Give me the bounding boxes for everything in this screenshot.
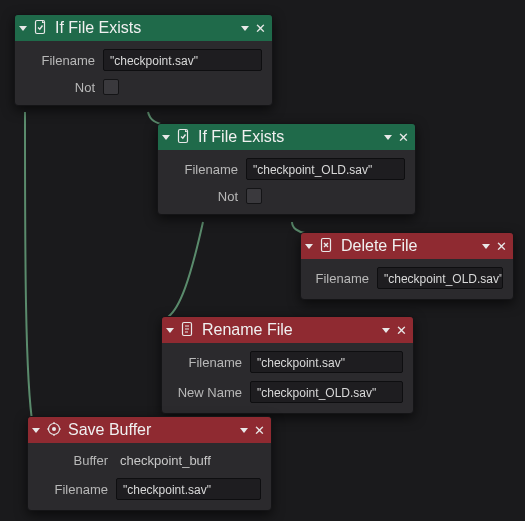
- file-check-icon: [176, 128, 192, 147]
- filename-input[interactable]: "checkpoint.sav": [116, 478, 261, 500]
- node-title: Rename File: [202, 321, 378, 339]
- collapse-caret-icon[interactable]: [32, 428, 40, 433]
- field-label: Not: [168, 189, 238, 204]
- file-check-icon: [33, 19, 49, 38]
- collapse-caret-icon[interactable]: [305, 244, 313, 249]
- node-header[interactable]: If File Exists ✕: [15, 15, 272, 41]
- field-label: New Name: [172, 385, 242, 400]
- field-label: Not: [25, 80, 95, 95]
- node-header[interactable]: If File Exists ✕: [158, 124, 415, 150]
- node-header[interactable]: Delete File ✕: [301, 233, 513, 259]
- options-caret-icon[interactable]: [384, 135, 392, 140]
- svg-point-5: [52, 427, 56, 431]
- file-rename-icon: [180, 321, 196, 340]
- close-icon[interactable]: ✕: [396, 324, 407, 337]
- node-body: Filename "checkpoint_OLD.sav" Not: [158, 150, 415, 214]
- field-row: Filename "checkpoint.sav": [38, 478, 261, 500]
- field-label: Filename: [311, 271, 369, 286]
- filename-input[interactable]: "checkpoint_OLD.sav": [246, 158, 405, 180]
- node-title: If File Exists: [55, 19, 237, 37]
- field-row: Not: [25, 79, 262, 95]
- node-header[interactable]: Save Buffer ✕: [28, 417, 271, 443]
- node-if-file-exists-2[interactable]: If File Exists ✕ Filename "checkpoint_OL…: [157, 123, 416, 215]
- node-save-buffer[interactable]: Save Buffer ✕ Buffer checkpoint_buff Fil…: [27, 416, 272, 511]
- close-icon[interactable]: ✕: [496, 240, 507, 253]
- options-caret-icon[interactable]: [240, 428, 248, 433]
- field-row: Filename "checkpoint_OLD.sav": [168, 158, 405, 180]
- node-header[interactable]: Rename File ✕: [162, 317, 413, 343]
- node-body: Buffer checkpoint_buff Filename "checkpo…: [28, 443, 271, 510]
- save-buffer-icon: [46, 421, 62, 440]
- filename-input[interactable]: "checkpoint_OLD.sav": [377, 267, 503, 289]
- not-checkbox[interactable]: [103, 79, 119, 95]
- filename-input[interactable]: "checkpoint.sav": [250, 351, 403, 373]
- node-title: Save Buffer: [68, 421, 236, 439]
- collapse-caret-icon[interactable]: [19, 26, 27, 31]
- node-body: Filename "checkpoint.sav" New Name "chec…: [162, 343, 413, 413]
- node-title: If File Exists: [198, 128, 380, 146]
- field-label: Filename: [38, 482, 108, 497]
- field-row: New Name "checkpoint_OLD.sav": [172, 381, 403, 403]
- options-caret-icon[interactable]: [482, 244, 490, 249]
- options-caret-icon[interactable]: [382, 328, 390, 333]
- close-icon[interactable]: ✕: [398, 131, 409, 144]
- field-row: Filename "checkpoint_OLD.sav": [311, 267, 503, 289]
- node-if-file-exists-1[interactable]: If File Exists ✕ Filename "checkpoint.sa…: [14, 14, 273, 106]
- node-delete-file[interactable]: Delete File ✕ Filename "checkpoint_OLD.s…: [300, 232, 514, 300]
- field-label: Buffer: [38, 453, 108, 468]
- field-label: Filename: [168, 162, 238, 177]
- node-body: Filename "checkpoint_OLD.sav": [301, 259, 513, 299]
- field-label: Filename: [25, 53, 95, 68]
- close-icon[interactable]: ✕: [255, 22, 266, 35]
- collapse-caret-icon[interactable]: [166, 328, 174, 333]
- options-caret-icon[interactable]: [241, 26, 249, 31]
- buffer-value[interactable]: checkpoint_buff: [116, 451, 261, 470]
- field-row: Buffer checkpoint_buff: [38, 451, 261, 470]
- filename-input[interactable]: "checkpoint.sav": [103, 49, 262, 71]
- field-row: Filename "checkpoint.sav": [25, 49, 262, 71]
- file-delete-icon: [319, 237, 335, 256]
- field-row: Not: [168, 188, 405, 204]
- node-rename-file[interactable]: Rename File ✕ Filename "checkpoint.sav" …: [161, 316, 414, 414]
- field-label: Filename: [172, 355, 242, 370]
- node-body: Filename "checkpoint.sav" Not: [15, 41, 272, 105]
- newname-input[interactable]: "checkpoint_OLD.sav": [250, 381, 403, 403]
- close-icon[interactable]: ✕: [254, 424, 265, 437]
- field-row: Filename "checkpoint.sav": [172, 351, 403, 373]
- node-title: Delete File: [341, 237, 478, 255]
- not-checkbox[interactable]: [246, 188, 262, 204]
- collapse-caret-icon[interactable]: [162, 135, 170, 140]
